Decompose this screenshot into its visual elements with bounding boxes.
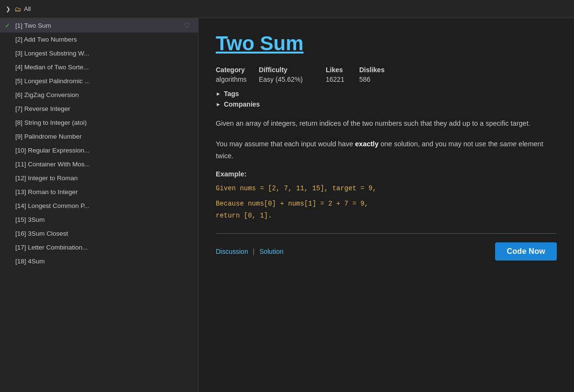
sidebar-item-10[interactable]: [10] Regular Expression...	[0, 143, 198, 157]
sidebar-item-label: [9] Palindrome Number	[15, 133, 190, 140]
sidebar-item-label: [3] Longest Substring W...	[15, 50, 190, 57]
sidebar-item-label: [15] 3Sum	[15, 216, 190, 223]
solution-link[interactable]: Solution	[259, 248, 284, 255]
sidebar-item-7[interactable]: [7] Reverse Integer	[0, 102, 198, 116]
sidebar-item-15[interactable]: [15] 3Sum	[0, 213, 198, 227]
sidebar-item-8[interactable]: [8] String to Integer (atoi)	[0, 116, 198, 130]
sidebar-item-13[interactable]: [13] Roman to Integer	[0, 185, 198, 199]
main-layout: ✓[1] Two Sum♡[2] Add Two Numbers[3] Long…	[0, 18, 574, 392]
sidebar-item-label: [12] Integer to Roman	[15, 174, 190, 182]
sidebar-item-11[interactable]: [11] Container With Mos...	[0, 157, 198, 171]
sidebar-item-label: [1] Two Sum	[15, 22, 184, 29]
sidebar-item-label: [8] String to Integer (atoi)	[15, 119, 190, 126]
desc2-mid: one solution, and you may not use the	[378, 140, 499, 148]
sidebar-item-label: [7] Reverse Integer	[15, 105, 190, 112]
tags-label: Tags	[224, 90, 239, 98]
code-line-2: Because nums[0] + nums[1] = 2 + 7 = 9,	[216, 198, 557, 210]
sidebar-item-4[interactable]: [4] Median of Two Sorte...	[0, 60, 198, 74]
divider	[216, 233, 557, 234]
check-icon: ✓	[5, 22, 10, 29]
chevron-icon: ❯	[6, 6, 11, 12]
sidebar-item-label: [17] Letter Combination...	[15, 244, 190, 251]
heart-icon[interactable]: ♡	[184, 22, 190, 29]
sidebar-item-label: [10] Regular Expression...	[15, 147, 190, 154]
code-line-3: return [0, 1].	[216, 210, 557, 222]
meta-values: algorithms Easy (45.62%) 16221 586	[216, 76, 557, 83]
sidebar-item-12[interactable]: [12] Integer to Roman	[0, 171, 198, 185]
sidebar-item-label: [6] ZigZag Conversion	[15, 91, 190, 98]
meta-headers: Category Difficulty Likes Dislikes	[216, 66, 557, 74]
sidebar-item-label: [18] 4Sum	[15, 258, 190, 265]
top-bar: ❯ 🗂 All	[0, 0, 574, 18]
content-area: Two Sum Category Difficulty Likes Dislik…	[199, 18, 574, 392]
example-heading: Example:	[216, 170, 557, 178]
links: Discussion | Solution	[216, 248, 284, 255]
sidebar-item-label: [5] Longest Palindromic ...	[15, 77, 190, 85]
sidebar-item-9[interactable]: [9] Palindrome Number	[0, 130, 198, 143]
code-block: Given nums = [2, 7, 11, 15], target = 9,…	[216, 183, 557, 222]
sidebar-item-16[interactable]: [16] 3Sum Closest	[0, 227, 198, 240]
value-category: algorithms	[216, 76, 259, 83]
sidebar-item-18[interactable]: [18] 4Sum	[0, 254, 198, 268]
sidebar-item-label: [16] 3Sum Closest	[15, 230, 190, 237]
description-2: You may assume that each input would hav…	[216, 138, 557, 162]
desc2-italic: same	[500, 140, 517, 148]
companies-label: Companies	[224, 100, 260, 108]
sidebar-item-1[interactable]: ✓[1] Two Sum♡	[0, 18, 198, 33]
sidebar-item-5[interactable]: [5] Longest Palindromic ...	[0, 74, 198, 88]
code-now-button[interactable]: Code Now	[495, 242, 557, 261]
companies-row[interactable]: ► Companies	[216, 100, 557, 108]
sidebar-item-14[interactable]: [14] Longest Common P...	[0, 199, 198, 213]
companies-arrow-icon: ►	[216, 101, 221, 107]
desc2-bold: exactly	[355, 140, 378, 148]
tags-arrow-icon: ►	[216, 91, 221, 97]
header-category: Category	[216, 66, 259, 74]
folder-icon: 🗂	[14, 5, 21, 13]
meta-table: Category Difficulty Likes Dislikes algor…	[216, 66, 557, 83]
code-line-1: Given nums = [2, 7, 11, 15], target = 9,	[216, 183, 557, 195]
sidebar-item-label: [13] Roman to Integer	[15, 188, 190, 196]
sidebar-item-label: [14] Longest Common P...	[15, 202, 190, 209]
desc2-pre: You may assume that each input would hav…	[216, 140, 355, 148]
sidebar-item-6[interactable]: [6] ZigZag Conversion	[0, 88, 198, 102]
description-1: Given an array of integers, return indic…	[216, 118, 557, 130]
discussion-link[interactable]: Discussion	[216, 248, 248, 255]
value-likes: 16221	[326, 76, 359, 83]
link-separator: |	[253, 248, 255, 255]
header-difficulty: Difficulty	[259, 66, 326, 74]
header-likes: Likes	[326, 66, 359, 74]
problem-title: Two Sum	[216, 32, 557, 55]
header-dislikes: Dislikes	[359, 66, 393, 74]
sidebar-item-17[interactable]: [17] Letter Combination...	[0, 240, 198, 254]
sidebar-item-3[interactable]: [3] Longest Substring W...	[0, 46, 198, 60]
sidebar-item-label: [11] Container With Mos...	[15, 161, 190, 168]
value-difficulty: Easy (45.62%)	[259, 76, 326, 83]
sidebar-item-label: [2] Add Two Numbers	[15, 36, 190, 43]
top-bar-title: All	[24, 5, 31, 12]
sidebar-item-label: [4] Median of Two Sorte...	[15, 64, 190, 71]
bottom-row: Discussion | Solution Code Now	[216, 242, 557, 261]
tags-row[interactable]: ► Tags	[216, 90, 557, 98]
value-dislikes: 586	[359, 76, 393, 83]
sidebar-item-2[interactable]: [2] Add Two Numbers	[0, 33, 198, 46]
sidebar: ✓[1] Two Sum♡[2] Add Two Numbers[3] Long…	[0, 18, 199, 392]
